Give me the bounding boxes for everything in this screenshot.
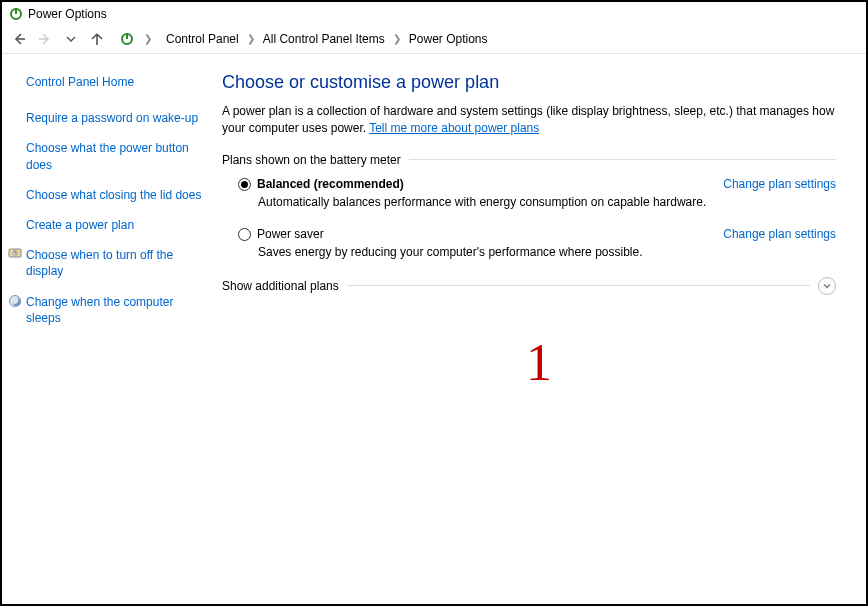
change-settings-balanced[interactable]: Change plan settings: [723, 177, 836, 191]
annotation-marker: 1: [526, 333, 552, 392]
radio-power-saver[interactable]: [238, 228, 251, 241]
chevron-right-icon: ❯: [245, 33, 257, 44]
sleep-icon: [8, 294, 22, 308]
titlebar: Power Options: [2, 2, 866, 24]
show-additional-plans[interactable]: Show additional plans: [222, 277, 836, 295]
divider: [347, 285, 810, 286]
recent-dropdown-icon[interactable]: [60, 28, 82, 50]
control-panel-home-link[interactable]: Control Panel Home: [26, 74, 202, 90]
chevron-right-icon[interactable]: ❯: [142, 33, 154, 44]
section-header-battery-plans: Plans shown on the battery meter: [222, 153, 836, 167]
breadcrumb[interactable]: Control Panel ❯ All Control Panel Items …: [158, 27, 860, 51]
back-button[interactable]: [8, 28, 30, 50]
forward-button[interactable]: [34, 28, 56, 50]
address-bar-icon: [118, 30, 136, 48]
sidebar-link-closing-lid[interactable]: Choose what closing the lid does: [26, 187, 202, 203]
change-settings-power-saver[interactable]: Change plan settings: [723, 227, 836, 241]
crumb-all-items[interactable]: All Control Panel Items: [259, 30, 389, 48]
sidebar-link-computer-sleeps[interactable]: Change when the computer sleeps: [26, 294, 202, 326]
main-panel: Choose or customise a power plan A power…: [212, 54, 866, 604]
section-label: Plans shown on the battery meter: [222, 153, 401, 167]
chevron-down-icon[interactable]: [818, 277, 836, 295]
crumb-power-options[interactable]: Power Options: [405, 30, 492, 48]
tell-me-more-link[interactable]: Tell me more about power plans: [369, 121, 539, 135]
window-title: Power Options: [28, 7, 107, 21]
power-options-icon: [8, 6, 24, 22]
sidebar-link-password-wakeup[interactable]: Require a password on wake-up: [26, 110, 202, 126]
up-button[interactable]: [86, 28, 108, 50]
display-off-icon: [8, 247, 22, 261]
sidebar-link-power-button[interactable]: Choose what the power button does: [26, 140, 202, 172]
svg-rect-3: [126, 33, 128, 39]
page-heading: Choose or customise a power plan: [222, 72, 836, 93]
plan-desc-balanced: Automatically balances performance with …: [258, 195, 836, 209]
plan-title-power-saver[interactable]: Power saver: [257, 227, 324, 241]
radio-balanced[interactable]: [238, 178, 251, 191]
crumb-control-panel[interactable]: Control Panel: [162, 30, 243, 48]
plan-title-balanced[interactable]: Balanced (recommended): [257, 177, 404, 191]
expand-label: Show additional plans: [222, 279, 339, 293]
plan-desc-power-saver: Saves energy by reducing your computer's…: [258, 245, 836, 259]
chevron-right-icon: ❯: [391, 33, 403, 44]
divider: [409, 159, 836, 160]
sidebar-link-create-plan[interactable]: Create a power plan: [26, 217, 202, 233]
svg-rect-1: [15, 8, 17, 14]
navbar: ❯ Control Panel ❯ All Control Panel Item…: [2, 24, 866, 54]
plan-power-saver: Power saver Change plan settings Saves e…: [238, 227, 836, 259]
page-description: A power plan is a collection of hardware…: [222, 103, 836, 137]
content-area: Control Panel Home Require a password on…: [2, 54, 866, 604]
plan-balanced: Balanced (recommended) Change plan setti…: [238, 177, 836, 209]
sidebar: Control Panel Home Require a password on…: [2, 54, 212, 604]
sidebar-link-turn-off-display[interactable]: Choose when to turn off the display: [26, 247, 202, 279]
